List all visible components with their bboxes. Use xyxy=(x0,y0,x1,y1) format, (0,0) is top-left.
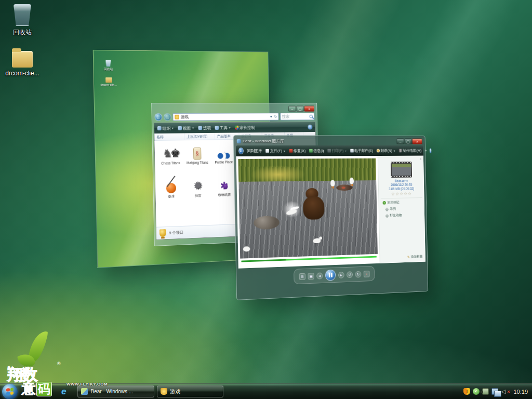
bear-body xyxy=(303,196,325,220)
help-icon[interactable]: ? xyxy=(308,125,312,130)
print-button[interactable]: 打印(P) ▼ xyxy=(327,148,347,153)
toolbar-overflow-button[interactable]: » xyxy=(424,149,427,153)
minimize-button[interactable]: – xyxy=(288,106,296,112)
maximize-button[interactable]: ▢ xyxy=(296,106,303,112)
bear xyxy=(301,188,327,225)
game-item-minesweeper[interactable]: ✹ 扫雷 xyxy=(185,177,210,199)
taskbar-button-label: 游戏 xyxy=(170,388,180,395)
security-alert-icon[interactable]: ! xyxy=(463,388,470,395)
minimize-button[interactable]: – xyxy=(396,138,404,144)
display-size-button[interactable]: ⊞ xyxy=(299,273,305,280)
tag-item[interactable]: 野生动物 xyxy=(385,212,422,218)
taskbar-button-photo-gallery[interactable]: Bear - Windows ... xyxy=(77,385,154,397)
leaf-icon xyxy=(17,352,36,369)
games-nav-row: ← → 游戏 ▼ ↻ 搜索 xyxy=(153,112,315,123)
fix-button[interactable]: 修复(X) xyxy=(289,148,305,153)
clock[interactable]: 10:19 xyxy=(513,389,528,395)
tools-button[interactable]: 工具 ▼ xyxy=(215,125,231,130)
close-panel-icon[interactable]: × xyxy=(419,157,421,162)
column-name[interactable]: 名称 xyxy=(154,133,184,140)
close-button[interactable]: × xyxy=(412,138,422,144)
email-icon xyxy=(350,149,353,153)
make-movie-button[interactable]: 制作电影(M) xyxy=(398,148,421,153)
volume-muted-icon[interactable]: ◁ xyxy=(501,388,508,395)
next-button[interactable]: ► xyxy=(338,271,344,278)
rotate-right-button[interactable]: ↻ xyxy=(355,271,361,277)
email-label: 电子邮件(E) xyxy=(354,148,373,153)
recycle-bin-icon xyxy=(14,4,31,26)
games-icon xyxy=(161,388,167,395)
views-label: 视图 xyxy=(183,125,191,131)
game-item-purble-place[interactable]: Purble Place xyxy=(211,144,236,164)
refresh-icon[interactable]: ↻ xyxy=(274,115,277,119)
parental-controls-button[interactable]: 家长控制 xyxy=(235,125,255,130)
search-icon[interactable] xyxy=(310,115,313,118)
network-monitors-icon[interactable] xyxy=(491,388,498,395)
column-last-played[interactable]: 上次玩的时间 xyxy=(184,133,215,140)
shield-icon xyxy=(235,126,239,130)
file-name[interactable]: Bear.wmv xyxy=(380,179,422,183)
desktop-icon-drcom-client[interactable]: drcom-clie... xyxy=(0,51,45,77)
seagull xyxy=(243,246,250,251)
item-count: 9 个项目 xyxy=(169,230,183,235)
info-label: 信息(I) xyxy=(313,148,324,153)
file-icon xyxy=(265,149,269,153)
tag-label: 示例 xyxy=(390,207,396,211)
breadcrumb[interactable]: 游戏 xyxy=(181,114,189,120)
internet-explorer-icon[interactable]: e xyxy=(61,387,66,397)
fix-icon xyxy=(289,149,292,153)
chevron-down-icon: ▼ xyxy=(344,149,347,152)
info-button[interactable]: 信息(I) xyxy=(309,148,324,153)
delete-button[interactable]: × xyxy=(364,270,370,277)
search-input[interactable]: 搜索 xyxy=(280,113,314,121)
play-pause-button[interactable] xyxy=(325,270,336,281)
help-icon[interactable]: ? xyxy=(430,148,432,153)
back-button[interactable]: ← xyxy=(154,113,162,121)
maximize-button[interactable]: ▢ xyxy=(404,138,411,144)
close-button[interactable]: × xyxy=(304,106,314,112)
file-menu-button[interactable]: 文件(F) ▼ xyxy=(265,148,286,153)
game-label: Chess Titans xyxy=(158,161,183,165)
file-date[interactable]: 2006/11/2 20:35 xyxy=(380,183,422,187)
chess-titans-icon: ♞♚ xyxy=(163,147,179,160)
back-to-gallery-button[interactable]: 回到图库 xyxy=(247,148,262,153)
game-item-inkball[interactable]: 墨球 xyxy=(158,178,184,200)
tag-label: 野生动物 xyxy=(390,213,402,218)
organize-button[interactable]: 组织 ▼ xyxy=(157,125,174,131)
tag-item[interactable]: 示例 xyxy=(385,206,422,211)
add-tag-button[interactable]: + 添加标记 xyxy=(382,200,422,205)
chevron-down-icon: ▼ xyxy=(229,126,231,129)
address-dropdown-icon[interactable]: ▼ xyxy=(270,115,273,118)
forward-button[interactable]: → xyxy=(164,113,171,121)
recycle-bin-icon xyxy=(105,60,111,66)
security-ok-icon[interactable]: ✓ xyxy=(473,388,480,395)
burn-button[interactable]: 刻录(N) ▼ xyxy=(376,148,395,153)
back-button[interactable]: ← xyxy=(238,148,244,154)
game-item-mahjong-titans[interactable]: § Mahjong Titans xyxy=(185,144,210,165)
playback-controls: ⊞ ▣ ◄ ► ↺ ↻ × xyxy=(294,266,375,284)
print-icon xyxy=(327,149,331,153)
add-caption-button[interactable]: ✎ 添加标题 xyxy=(407,255,423,260)
rotate-left-button[interactable]: ↺ xyxy=(347,271,353,278)
views-button[interactable]: 视图 ▼ xyxy=(178,125,194,131)
previous-button[interactable]: ◄ xyxy=(316,272,323,279)
start-button[interactable] xyxy=(2,384,18,399)
options-button[interactable]: 选项 xyxy=(198,125,211,131)
taskbar-button-games[interactable]: 游戏 xyxy=(157,385,223,397)
network-plug-icon[interactable] xyxy=(482,388,489,395)
organize-icon xyxy=(157,126,162,130)
games-folder-icon xyxy=(175,115,179,119)
address-bar[interactable]: 游戏 ▼ ↻ xyxy=(172,113,278,121)
fish-carcass xyxy=(342,187,345,189)
game-item-spider-solitaire[interactable]: ✱ 蜘蛛纸牌 xyxy=(212,176,236,197)
flip3d-photo-gallery-window[interactable]: Bear - Windows 照片库 – ▢ × ← 回到图库 文件(F) ▼ … xyxy=(233,135,428,300)
chevron-down-icon: ▼ xyxy=(283,149,286,152)
bear-video-frame[interactable] xyxy=(238,158,377,259)
email-button[interactable]: 电子邮件(E) xyxy=(350,148,373,153)
fit-to-window-button[interactable]: ▣ xyxy=(308,273,314,280)
desktop-icon-recycle-bin[interactable]: 回收站 xyxy=(0,4,45,37)
pencil-icon: ✎ xyxy=(407,255,410,259)
rating-stars[interactable]: ☆☆☆☆☆ xyxy=(381,191,422,197)
inkball-icon xyxy=(166,183,177,193)
game-item-chess-titans[interactable]: ♞♚ Chess Titans xyxy=(158,144,183,165)
